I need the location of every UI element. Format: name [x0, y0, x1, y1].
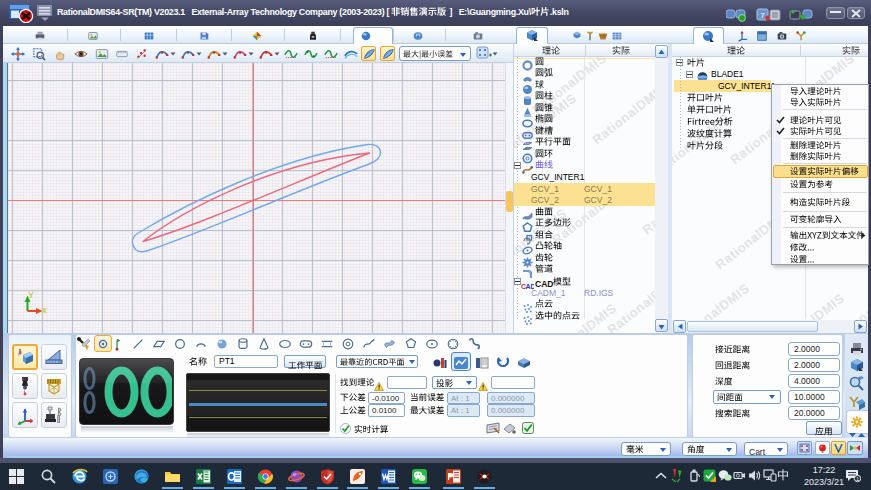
- svg-text:1: 1: [856, 476, 859, 482]
- svg-text:x: x: [42, 305, 47, 315]
- svg-text:7: 7: [760, 11, 765, 20]
- svg-text:Y: Y: [28, 290, 34, 300]
